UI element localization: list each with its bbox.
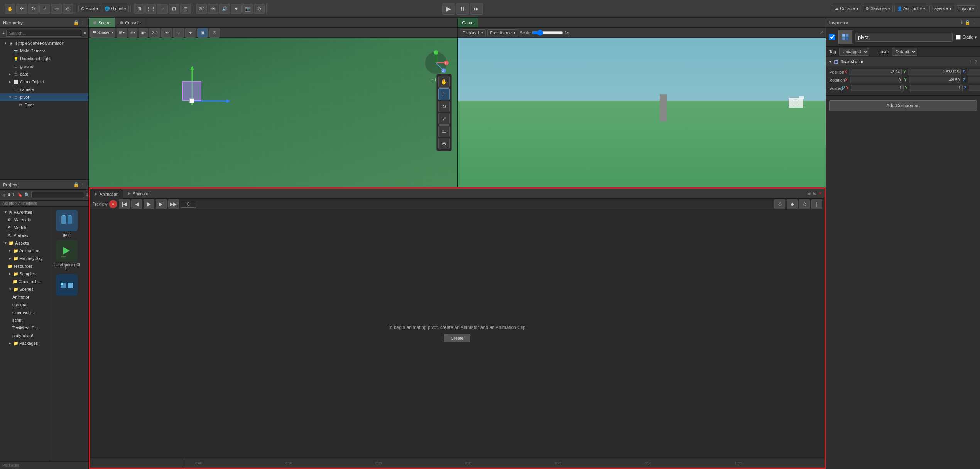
scene-tab[interactable]: Scene (89, 18, 115, 27)
hierarchy-item-door[interactable]: ▸ □ Door (0, 101, 88, 109)
transform-menu-icon[interactable]: ⋮ (968, 59, 972, 64)
project-add-btn[interactable]: + (2, 192, 6, 199)
hierarchy-item-light[interactable]: ▸ 💡 Directional Light (0, 55, 88, 62)
account-dropdown[interactable]: 👤 Account ▾ (894, 5, 928, 12)
hierarchy-item-camera[interactable]: ▸ □ camera (0, 86, 88, 93)
tool-scale[interactable]: ⤢ (438, 113, 450, 125)
collab-dropdown[interactable]: ☁ Collab ▾ (832, 5, 861, 12)
project-samples-folder[interactable]: ▸ 📁 Samples (0, 270, 50, 278)
anim-tab-animator[interactable]: ▶ Animator (123, 189, 154, 199)
asset-gateclip[interactable]: ≡≡≡ GateOpeningCli... (53, 240, 80, 271)
game-aspect-btn[interactable]: Free Aspect (487, 29, 519, 36)
position-z-input[interactable]: -21.72 (967, 69, 980, 75)
transform-help-icon[interactable]: ? (975, 59, 977, 64)
rotation-x-input[interactable]: 0 (850, 77, 902, 83)
hierarchy-item-gate[interactable]: ▸ □ gate (0, 70, 88, 78)
hierarchy-item-maincamera[interactable]: ▸ 📷 Main Camera (0, 47, 88, 55)
move-tool-btn[interactable]: ✛ (16, 4, 27, 14)
add-component-btn[interactable]: Add Component (829, 100, 977, 111)
hierarchy-item-scene[interactable]: ▾ ◈ simpleSceneForAnimator* (0, 39, 88, 47)
scene-lighting-btn[interactable]: ☀ (161, 28, 172, 38)
scene-audio-btn[interactable]: ♪ (173, 28, 184, 38)
rotation-z-input[interactable]: 0 (968, 77, 980, 83)
snap4-btn[interactable]: ⊡ (169, 4, 179, 14)
project-unitychan-sub[interactable]: unity-chan! (0, 332, 50, 339)
transform-tool-btn[interactable]: ⊕ (63, 4, 73, 14)
rotation-y-input[interactable]: -49.59 (909, 77, 961, 83)
project-bookmark-btn[interactable]: 🔖 (17, 192, 23, 197)
game-tab[interactable]: Game (458, 18, 478, 27)
anim-record-btn[interactable]: ● (109, 200, 117, 208)
project-all-materials[interactable]: All Materials (0, 216, 50, 224)
anim-next-btn[interactable]: ▶| (156, 199, 167, 209)
inspector-lock-icon[interactable]: 🔒 (965, 20, 970, 25)
tool-rotate[interactable]: ↻ (438, 101, 450, 112)
asset-gate[interactable]: gate (53, 210, 80, 237)
snap2-btn[interactable]: ⋮⋮ (145, 4, 156, 14)
anim-first-btn[interactable]: |◀ (119, 199, 130, 209)
static-dropdown-arrow[interactable]: ▾ (975, 35, 977, 40)
hierarchy-item-gameobject[interactable]: ▸ ⬜ GameObject (0, 78, 88, 86)
project-search-input[interactable] (31, 192, 84, 198)
tag-select[interactable]: Untagged (839, 48, 869, 56)
anim-maximize-btn[interactable]: ⊡ (813, 191, 816, 196)
scale-x-input[interactable]: 1 (851, 85, 904, 91)
position-y-input[interactable]: 1.838725 (908, 69, 961, 75)
project-assets-item[interactable]: ▾ 📁 Assets (0, 239, 50, 247)
hierarchy-filter-icon[interactable]: ≡ (84, 31, 86, 35)
hand-tool-btn[interactable]: ✋ (5, 4, 15, 14)
snap3-btn[interactable]: ≡ (157, 4, 168, 14)
project-cinemach-folder[interactable]: 📁 Cinemach... (0, 278, 50, 285)
scene-viewport[interactable]: Y X Z ≡ Iso (89, 38, 457, 187)
hierarchy-item-pivot[interactable]: ▾ □ pivot (0, 93, 88, 101)
inspector-info-icon[interactable]: ℹ (961, 20, 963, 25)
project-camera-folder[interactable]: camera (0, 301, 50, 309)
global-dropdown[interactable]: 🌐 Global (102, 5, 129, 12)
anim-create-btn[interactable]: Create (444, 334, 470, 342)
step-btn[interactable]: ⏭ (470, 3, 483, 15)
layout-dropdown[interactable]: Layout (956, 5, 977, 12)
project-all-models[interactable]: All Models (0, 224, 50, 231)
project-animator-folder[interactable]: Animator (0, 293, 50, 301)
tool-move[interactable]: ✛ (438, 88, 450, 100)
tool-custom[interactable]: ⊕ (438, 138, 450, 149)
inspector-menu-icon[interactable]: ⋮ (973, 20, 977, 25)
project-script-sub[interactable]: script (0, 316, 50, 324)
project-scenes-folder[interactable]: ▾ 📁 Scenes (0, 285, 50, 293)
pause-btn[interactable]: ⏸ (456, 3, 469, 15)
tool-rect[interactable]: ▭ (438, 125, 450, 137)
snap-btn[interactable]: ⊞ (134, 4, 145, 14)
project-resources-folder[interactable]: 📁 resources (0, 262, 50, 270)
gizmos-btn[interactable]: ⊙ (254, 4, 265, 14)
inspector-enabled-checkbox[interactable] (829, 34, 835, 40)
anim-play-btn[interactable]: ▶ (144, 199, 154, 209)
anim-tab-animation[interactable]: ▶ Animation (90, 189, 123, 199)
play-btn[interactable]: ▶ (442, 3, 455, 15)
layer-select[interactable]: Default (892, 48, 917, 56)
project-import-btn[interactable]: ⬇ (7, 192, 11, 197)
project-all-prefabs[interactable]: All Prefabs (0, 231, 50, 239)
scene-shading-btn[interactable]: ☰ Shaded ▾ (90, 28, 115, 38)
pivot-dropdown[interactable]: ⊙ Pivot (78, 5, 101, 12)
scene-fx-btn[interactable]: ✦ (185, 28, 196, 38)
project-cinemachi-sub[interactable]: cinemachi... (0, 309, 50, 316)
fx-btn[interactable]: ✦ (231, 4, 242, 14)
anim-prop-btn[interactable]: | (811, 199, 822, 209)
console-tab[interactable]: Console (115, 18, 145, 27)
project-animations-folder[interactable]: ▸ 📁 Animations (0, 247, 50, 255)
anim-close-btn[interactable]: ✕ (819, 191, 822, 196)
project-textmesh-sub[interactable]: TextMesh Pr... (0, 324, 50, 332)
scene-view-btn[interactable]: ⊞▾ (117, 28, 127, 38)
anim-minimize-btn[interactable]: ⊟ (807, 191, 811, 196)
light-btn[interactable]: ☀ (208, 4, 218, 14)
hierarchy-search[interactable] (6, 30, 82, 37)
rect-tool-btn[interactable]: ▭ (51, 4, 62, 14)
hierarchy-lock-icon[interactable]: 🔒 (73, 20, 79, 25)
scale-tool-btn[interactable]: ⤢ (39, 4, 50, 14)
scene-gizmo-btn[interactable]: ⊙ (209, 28, 220, 38)
anim-add-key-btn[interactable]: ◆ (787, 199, 798, 209)
scene-camera-btn[interactable]: ◉▾ (139, 28, 148, 38)
project-lock-icon[interactable]: 🔒 (73, 182, 79, 187)
project-packages-folder[interactable]: ▸ 📁 Packages (0, 339, 50, 347)
transform-header[interactable]: ▾ ⊞ Transform ⋮ ? (826, 57, 980, 66)
